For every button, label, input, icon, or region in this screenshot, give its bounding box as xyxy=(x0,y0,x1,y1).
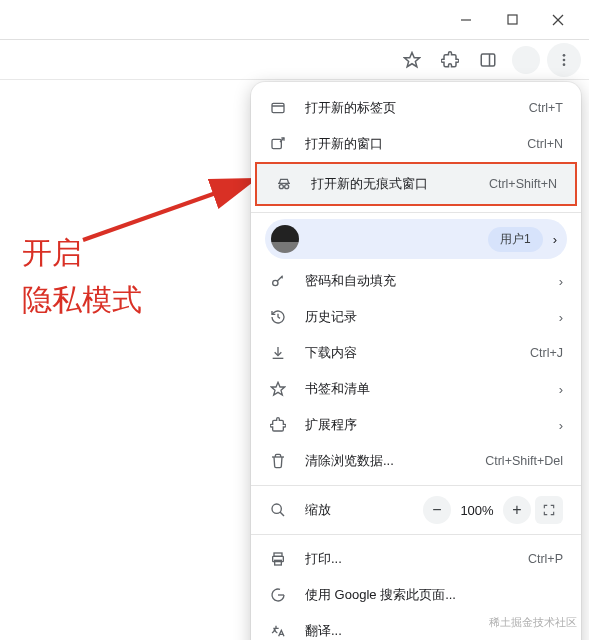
svg-point-9 xyxy=(563,63,566,66)
svg-point-8 xyxy=(563,58,566,61)
annotation-line: 隐私模式 xyxy=(22,277,142,324)
menu-item-shortcut: Ctrl+Shift+Del xyxy=(485,454,563,468)
zoom-in-button[interactable]: + xyxy=(503,496,531,524)
menu-item-label: 打开新的标签页 xyxy=(305,99,511,117)
svg-marker-21 xyxy=(271,382,284,395)
menu-item-label: 打印... xyxy=(305,550,510,568)
menu-item-google-search[interactable]: 使用 Google 搜索此页面... xyxy=(251,577,581,613)
svg-marker-4 xyxy=(405,52,420,66)
profile-chip: 用户1 xyxy=(488,227,543,252)
new-window-icon xyxy=(269,135,287,153)
annotation-line: 开启 xyxy=(22,230,142,277)
chrome-main-menu: 打开新的标签页 Ctrl+T 打开新的窗口 Ctrl+N 打开新的无痕式窗口 C… xyxy=(251,82,581,640)
zoom-percent: 100% xyxy=(455,503,499,518)
menu-separator xyxy=(251,485,581,486)
menu-kebab-button[interactable] xyxy=(547,43,581,77)
side-panel-button[interactable] xyxy=(471,43,505,77)
history-icon xyxy=(269,308,287,326)
menu-item-zoom: 缩放 − 100% + xyxy=(251,492,581,528)
menu-item-shortcut: Ctrl+N xyxy=(527,137,563,151)
incognito-icon xyxy=(275,175,293,193)
menu-item-label: 扩展程序 xyxy=(305,416,531,434)
menu-item-extensions[interactable]: 扩展程序 › xyxy=(251,407,581,443)
key-icon xyxy=(269,272,287,290)
menu-item-label: 书签和清单 xyxy=(305,380,531,398)
new-tab-icon xyxy=(269,99,287,117)
svg-point-7 xyxy=(563,54,566,57)
menu-item-new-tab[interactable]: 打开新的标签页 Ctrl+T xyxy=(251,90,581,126)
minimize-button[interactable] xyxy=(443,4,489,36)
zoom-icon xyxy=(269,501,287,519)
menu-item-label: 缩放 xyxy=(305,501,405,519)
chevron-right-icon: › xyxy=(549,418,563,433)
svg-point-19 xyxy=(273,280,278,285)
close-button[interactable] xyxy=(535,4,581,36)
svg-rect-14 xyxy=(272,139,281,148)
star-icon xyxy=(269,380,287,398)
menu-item-profile[interactable]: 用户1 › xyxy=(265,219,567,259)
svg-line-23 xyxy=(280,512,284,516)
bookmark-star-button[interactable] xyxy=(395,43,429,77)
svg-point-22 xyxy=(272,504,281,513)
profile-avatar-button[interactable] xyxy=(509,43,543,77)
zoom-out-button[interactable]: − xyxy=(423,496,451,524)
menu-separator xyxy=(251,534,581,535)
print-icon xyxy=(269,550,287,568)
menu-item-label: 打开新的无痕式窗口 xyxy=(311,175,471,193)
svg-rect-1 xyxy=(508,15,517,24)
svg-point-16 xyxy=(285,185,289,189)
annotation-text: 开启 隐私模式 xyxy=(22,230,142,323)
extensions-button[interactable] xyxy=(433,43,467,77)
chevron-right-icon: › xyxy=(549,310,563,325)
chevron-right-icon: › xyxy=(549,382,563,397)
fullscreen-button[interactable] xyxy=(535,496,563,524)
maximize-button[interactable] xyxy=(489,4,535,36)
chevron-right-icon: › xyxy=(553,232,557,247)
menu-item-shortcut: Ctrl+Shift+N xyxy=(489,177,557,191)
chevron-right-icon: › xyxy=(549,274,563,289)
menu-item-label: 密码和自动填充 xyxy=(305,272,531,290)
menu-item-new-incognito[interactable]: 打开新的无痕式窗口 Ctrl+Shift+N xyxy=(257,164,575,204)
browser-toolbar xyxy=(0,40,589,80)
menu-item-shortcut: Ctrl+J xyxy=(530,346,563,360)
translate-icon xyxy=(269,622,287,640)
menu-item-passwords[interactable]: 密码和自动填充 › xyxy=(251,263,581,299)
trash-icon xyxy=(269,452,287,470)
svg-rect-12 xyxy=(272,103,284,112)
puzzle-icon xyxy=(269,416,287,434)
menu-item-label: 打开新的窗口 xyxy=(305,135,509,153)
profile-avatar-icon xyxy=(271,225,299,253)
page-content: 开启 隐私模式 打开新的标签页 Ctrl+T 打开新的窗口 Ctrl+N 打开新… xyxy=(0,80,589,640)
menu-item-print[interactable]: 打印... Ctrl+P xyxy=(251,541,581,577)
menu-item-label: 历史记录 xyxy=(305,308,531,326)
google-icon xyxy=(269,586,287,604)
menu-item-shortcut: Ctrl+T xyxy=(529,101,563,115)
menu-item-bookmarks[interactable]: 书签和清单 › xyxy=(251,371,581,407)
window-titlebar xyxy=(0,0,589,40)
menu-item-shortcut: Ctrl+P xyxy=(528,552,563,566)
watermark-text: 稀土掘金技术社区 xyxy=(489,615,577,630)
menu-separator xyxy=(251,212,581,213)
menu-item-new-window[interactable]: 打开新的窗口 Ctrl+N xyxy=(251,126,581,162)
annotation-highlight-box: 打开新的无痕式窗口 Ctrl+Shift+N xyxy=(255,162,577,206)
menu-item-label: 清除浏览数据... xyxy=(305,452,467,470)
menu-item-label: 下载内容 xyxy=(305,344,512,362)
menu-item-history[interactable]: 历史记录 › xyxy=(251,299,581,335)
menu-item-label: 使用 Google 搜索此页面... xyxy=(305,586,563,604)
menu-item-downloads[interactable]: 下载内容 Ctrl+J xyxy=(251,335,581,371)
svg-point-15 xyxy=(279,185,283,189)
menu-item-clear-data[interactable]: 清除浏览数据... Ctrl+Shift+Del xyxy=(251,443,581,479)
download-icon xyxy=(269,344,287,362)
svg-rect-5 xyxy=(481,54,495,66)
